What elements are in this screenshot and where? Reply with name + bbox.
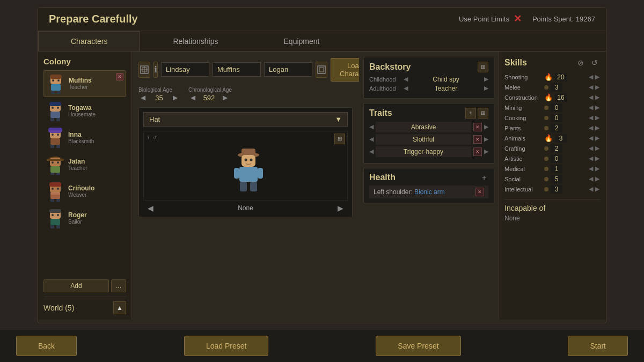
sprite-next-btn[interactable]: ▶	[333, 204, 348, 212]
skill-increase-medical[interactable]: ▶	[594, 165, 601, 172]
nickname-input[interactable]	[264, 62, 312, 77]
char-item-jatan[interactable]: Jatan Teacher	[43, 152, 126, 178]
skill-arrows-plants: ◀ ▶	[588, 124, 601, 131]
trait-next-1[interactable]: ▶	[484, 136, 488, 143]
sprite-icon-btn[interactable]: ⊞	[334, 134, 345, 144]
sprite-prev-btn[interactable]: ◀	[143, 204, 158, 212]
trait-next-2[interactable]: ▶	[484, 148, 488, 155]
char-icon-left-btn[interactable]	[138, 62, 150, 78]
svg-point-24	[52, 161, 54, 164]
skill-increase-cooking[interactable]: ▶	[594, 114, 601, 121]
skill-increase-plants[interactable]: ▶	[594, 124, 601, 131]
svg-rect-34	[50, 192, 60, 195]
char-item-crinuolo[interactable]: Criñoulo Weaver	[43, 179, 126, 204]
skill-arrows-shooting: ◀ ▶	[588, 73, 601, 80]
trait-prev-1[interactable]: ◀	[369, 136, 374, 143]
skill-increase-animals[interactable]: ▶	[594, 135, 601, 142]
skill-label-construction: Construction	[504, 94, 542, 101]
character-sprite-area: ♀ ♂ ⊞	[143, 131, 348, 201]
char-info-roger: Roger Sailor	[68, 211, 123, 225]
skill-increase-shooting[interactable]: ▶	[594, 73, 601, 80]
trait-remove-0[interactable]: ✕	[473, 123, 482, 131]
health-item-value-0: Bionic arm	[414, 188, 445, 196]
skill-decrease-mining[interactable]: ◀	[588, 104, 594, 111]
tabs-bar: Characters Relationships Equipment	[38, 31, 606, 51]
skill-increase-mining[interactable]: ▶	[594, 104, 601, 111]
skill-decrease-melee[interactable]: ◀	[588, 84, 594, 91]
trait-next-0[interactable]: ▶	[484, 123, 488, 130]
adulthood-prev[interactable]: ◀	[404, 85, 408, 92]
skill-increase-melee[interactable]: ▶	[594, 84, 601, 91]
load-preset-button[interactable]: Load Preset	[184, 336, 269, 356]
char-item-inna[interactable]: Inna Blacksmith	[43, 125, 126, 151]
trait-prev-2[interactable]: ◀	[369, 148, 374, 155]
health-add-btn[interactable]: +	[480, 173, 488, 182]
last-name-input[interactable]	[213, 62, 261, 77]
skill-decrease-construction[interactable]: ◀	[588, 94, 594, 101]
skill-value-crafting: 2	[551, 144, 562, 153]
char-avatar-togawa	[47, 101, 64, 121]
world-icon-btn[interactable]: ▲	[113, 301, 126, 314]
skills-reset-btn[interactable]: ↺	[589, 57, 601, 69]
skill-increase-social[interactable]: ▶	[594, 175, 601, 182]
skill-decrease-cooking[interactable]: ◀	[588, 114, 594, 121]
biological-age-label: Biological Age	[138, 87, 180, 93]
trait-remove-2[interactable]: ✕	[473, 147, 482, 156]
char-item-muffins[interactable]: Muffins Teacher ✕	[43, 70, 126, 97]
randomize-name-btn[interactable]: ℹ	[153, 62, 158, 78]
svg-rect-35	[50, 199, 54, 202]
skill-increase-artistic[interactable]: ▶	[594, 155, 601, 162]
skill-decrease-social[interactable]: ◀	[588, 175, 594, 182]
char-role-togawa: Housemate	[68, 112, 123, 117]
chron-age-decrease[interactable]: ◀	[188, 94, 197, 101]
skill-decrease-plants[interactable]: ◀	[588, 124, 594, 131]
chron-age-increase[interactable]: ▶	[221, 94, 230, 101]
tab-characters[interactable]: Characters	[38, 31, 140, 51]
skill-label-cooking: Cooking	[504, 115, 542, 121]
bio-age-decrease[interactable]: ◀	[138, 94, 148, 101]
svg-rect-38	[49, 209, 61, 213]
svg-point-3	[57, 79, 60, 82]
skill-decrease-intellectual[interactable]: ◀	[588, 186, 594, 193]
skill-decrease-animals[interactable]: ◀	[588, 135, 594, 142]
skill-decrease-artistic[interactable]: ◀	[588, 155, 594, 162]
tab-relationships[interactable]: Relationships	[140, 31, 251, 51]
first-name-input[interactable]	[161, 62, 209, 77]
svg-rect-27	[50, 173, 54, 175]
char-role-inna: Blacksmith	[68, 138, 123, 144]
skill-increase-construction[interactable]: ▶	[594, 94, 601, 101]
char-remove-muffins[interactable]: ✕	[116, 73, 123, 80]
skill-increase-intellectual[interactable]: ▶	[594, 186, 601, 193]
load-character-button[interactable]: Load Character	[331, 58, 359, 82]
health-remove-0[interactable]: ✕	[475, 188, 484, 196]
skill-label-shooting: Shooting	[504, 74, 542, 80]
skill-decrease-shooting[interactable]: ◀	[588, 73, 594, 80]
childhood-prev[interactable]: ◀	[404, 76, 408, 83]
trait-prev-0[interactable]: ◀	[369, 123, 374, 130]
traits-extra-btn[interactable]: ⊞	[478, 108, 488, 119]
back-button[interactable]: Back	[16, 336, 77, 356]
add-character-button[interactable]: Add	[43, 279, 109, 292]
skills-clear-btn[interactable]: ⊘	[575, 57, 587, 69]
char-item-roger[interactable]: Roger Sailor	[43, 205, 126, 231]
skill-increase-crafting[interactable]: ▶	[594, 145, 601, 152]
childhood-next[interactable]: ▶	[484, 76, 488, 83]
trait-remove-1[interactable]: ✕	[473, 135, 482, 144]
backstory-icon-btn[interactable]: ⊞	[478, 62, 488, 72]
skill-decrease-crafting[interactable]: ◀	[588, 145, 594, 152]
points-spent: Points Spent: 19267	[532, 15, 595, 23]
hat-select[interactable]: Hat ▼	[143, 112, 348, 127]
char-item-togawa[interactable]: Togawa Housemate	[43, 98, 126, 124]
start-button[interactable]: Start	[568, 336, 628, 356]
adulthood-next[interactable]: ▶	[484, 85, 488, 92]
gender-icons: ♀ ♂	[146, 134, 157, 141]
use-point-limits-toggle[interactable]: ✕	[514, 13, 522, 25]
traits-add-btn[interactable]: +	[465, 108, 476, 119]
bio-age-increase[interactable]: ▶	[171, 94, 180, 101]
name-right-btn[interactable]	[316, 62, 327, 78]
save-preset-button[interactable]: Save Preset	[376, 336, 460, 356]
skill-value-artistic: 0	[551, 154, 562, 163]
tab-equipment[interactable]: Equipment	[251, 31, 353, 51]
more-options-button[interactable]: ...	[111, 279, 126, 292]
skill-decrease-medical[interactable]: ◀	[588, 165, 594, 172]
